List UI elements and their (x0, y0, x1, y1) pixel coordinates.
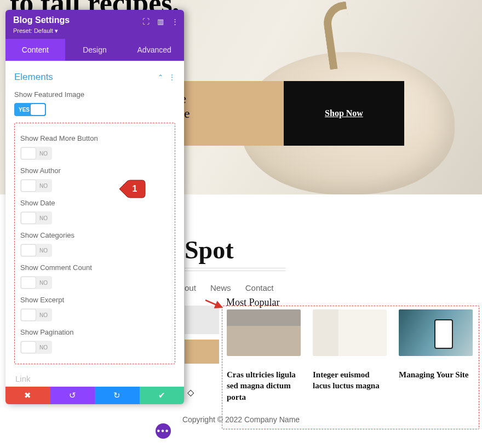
option-label: Show Date (20, 199, 169, 207)
check-icon: ✔ (158, 390, 165, 400)
toggle-knob (31, 104, 45, 115)
toggle-excerpt[interactable]: NO (20, 308, 52, 321)
panel-body: Elements ⌃ ⋮ Show Featured Image YES Sho… (5, 61, 184, 387)
toggle-author[interactable]: NO (20, 179, 52, 192)
blog-settings-panel: Blog Settings Preset: Default ▾ ⛶ ▥ ⋮ Co… (5, 10, 184, 404)
more-vert-icon[interactable]: ⋮ (169, 73, 175, 81)
toggle-featured-image[interactable]: YES (14, 103, 46, 116)
section-elements-header[interactable]: Elements ⌃ ⋮ (14, 72, 175, 83)
redo-icon: ↻ (113, 390, 120, 400)
section-title: Elements (14, 72, 53, 83)
callout-number: 1 (133, 184, 137, 193)
post-title[interactable]: Managing Your Site (399, 369, 473, 380)
nav-news[interactable]: News (210, 283, 231, 292)
sidebar-gray-block (185, 306, 219, 334)
copyright-text: Copyright © 2022 Company Name (182, 415, 300, 424)
undo-icon: ↺ (69, 390, 76, 400)
site-nav: out News Contact (185, 283, 285, 292)
blog-heading-area: Spot out News Contact Most Popular (185, 236, 285, 308)
shop-now-button[interactable]: Shop Now (284, 81, 404, 146)
option-show-pagination: Show Pagination NO (20, 328, 169, 355)
toggle-comment-count[interactable]: NO (20, 276, 52, 289)
sidebar-tan-block (185, 340, 219, 364)
option-show-read-more: Show Read More Button NO (20, 134, 169, 161)
tab-advanced[interactable]: Advanced (124, 39, 184, 61)
post-thumbnail (227, 309, 301, 356)
option-label: Show Categories (20, 231, 169, 239)
divider (185, 271, 285, 271)
columns-icon[interactable]: ▥ (157, 18, 164, 26)
annotation-callout-1: 1 (118, 180, 146, 198)
panel-header[interactable]: Blog Settings Preset: Default ▾ ⛶ ▥ ⋮ (5, 10, 184, 39)
post-thumbnail (313, 309, 387, 356)
more-vert-icon[interactable]: ⋮ (171, 18, 179, 26)
toggle-state: NO (39, 215, 48, 221)
toggle-categories[interactable]: NO (20, 244, 52, 257)
option-label: Show Read More Button (20, 134, 169, 142)
toggle-date[interactable]: NO (20, 211, 52, 225)
panel-footer-actions: ✖ ↺ ↻ ✔ (5, 387, 184, 404)
toggle-pagination[interactable]: NO (20, 341, 52, 354)
nav-about[interactable]: out (185, 283, 196, 292)
option-label: Show Author (20, 166, 169, 175)
toggle-state: NO (39, 151, 48, 157)
option-label: Show Excerpt (20, 296, 169, 304)
tab-design[interactable]: Design (65, 39, 125, 61)
toggle-read-more[interactable]: NO (20, 147, 52, 160)
panel-preset[interactable]: Preset: Default ▾ (13, 27, 176, 35)
option-show-comment-count: Show Comment Count NO (20, 263, 169, 290)
option-label: Show Featured Image (14, 90, 175, 99)
option-label: Show Comment Count (20, 263, 169, 272)
blog-title: Spot (185, 236, 285, 265)
option-label: Show Pagination (20, 328, 169, 336)
builder-fab-button[interactable]: ••• (156, 423, 171, 439)
option-show-featured-image: Show Featured Image YES (14, 90, 175, 117)
toggle-state: NO (39, 344, 48, 351)
divider (185, 268, 285, 268)
toggle-state: YES (19, 107, 30, 113)
redo-button[interactable]: ↻ (95, 387, 140, 404)
save-button[interactable]: ✔ (140, 387, 185, 404)
annotation-arrow-icon (204, 299, 224, 309)
toggle-state: NO (39, 280, 48, 286)
close-icon: ✖ (24, 390, 31, 400)
cancel-button[interactable]: ✖ (5, 387, 50, 404)
option-show-date: Show Date NO (20, 199, 169, 226)
option-show-excerpt: Show Excerpt NO (20, 296, 169, 323)
undo-button[interactable]: ↺ (50, 387, 95, 404)
post-thumbnail (399, 309, 473, 356)
section-link-header[interactable]: Link (15, 374, 174, 383)
chevron-up-icon[interactable]: ⌃ (158, 73, 163, 81)
toggle-state: NO (39, 248, 48, 254)
settings-tabs: Content Design Advanced (5, 39, 184, 61)
option-show-categories: Show Categories NO (20, 231, 169, 258)
option-show-author: Show Author NO (20, 166, 169, 193)
highlighted-options-group: Show Read More Button NO Show Author NO … (14, 123, 175, 364)
nav-contact[interactable]: Contact (245, 283, 274, 292)
toggle-state: NO (39, 312, 48, 318)
toggle-state: NO (39, 183, 48, 189)
tab-content[interactable]: Content (5, 39, 65, 61)
expand-icon[interactable]: ⛶ (142, 18, 150, 26)
